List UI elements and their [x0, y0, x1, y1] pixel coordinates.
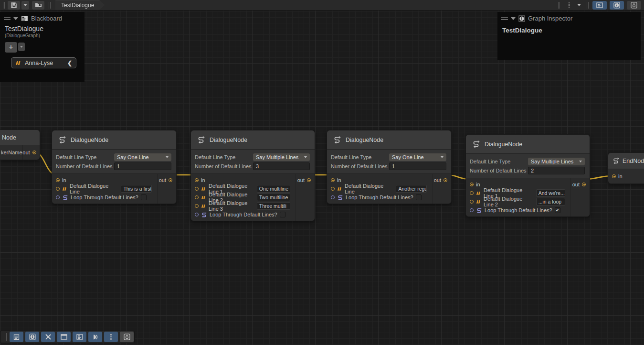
output-port-row: out [571, 180, 590, 189]
line-port[interactable] [56, 187, 60, 191]
field-value: Three multili [259, 203, 286, 209]
line-label: Default Dialogue Line [70, 183, 118, 194]
dialogue-node-3[interactable]: DialogueNode Default Line Type Say One L… [327, 130, 452, 204]
line-type-dropdown[interactable]: Say Multiple Lines [528, 158, 585, 165]
num-lines-field[interactable]: 1 [114, 162, 171, 170]
inspector-header[interactable]: Graph Inspector [497, 12, 641, 24]
line-text-field[interactable]: Three multili [257, 202, 290, 210]
drag-handle-icon[interactable] [4, 17, 11, 20]
line-port[interactable] [195, 187, 199, 191]
overflow-menu-button[interactable] [563, 1, 575, 10]
toolbar-drag-handle[interactable] [5, 333, 7, 341]
collapse-arrow-icon[interactable] [511, 17, 516, 20]
output-port[interactable] [443, 178, 447, 182]
loop-checkbox[interactable] [141, 194, 147, 200]
dialogue-node-2[interactable]: DialogueNode Default Line Type Say Multi… [190, 130, 315, 221]
start-node[interactable]: Node kerName out [0, 129, 40, 160]
toolbar-drag-handle[interactable] [3, 2, 5, 9]
drag-handle-icon[interactable] [501, 17, 508, 20]
blackboard-button[interactable] [73, 332, 86, 342]
loop-port[interactable] [56, 195, 60, 199]
num-lines-field[interactable]: 2 [528, 167, 585, 174]
line-port[interactable] [195, 195, 199, 199]
loop-label: Loop Through Default Lines? [71, 194, 138, 200]
overflow-menu-caret[interactable] [575, 1, 583, 10]
output-port[interactable] [582, 183, 586, 186]
dialogue-line-row: Default Dialogue Line 3 Three multili [191, 202, 296, 210]
dialogue-node-4[interactable]: DialogueNode Default Line Type Say Multi… [465, 134, 590, 217]
line-text-field[interactable]: Two multiline [257, 194, 290, 201]
loop-checkbox[interactable] [280, 212, 285, 217]
line-type-dropdown[interactable]: Say Multiple Lines [253, 153, 310, 161]
input-port[interactable] [612, 174, 616, 178]
line-text-field[interactable]: One multiline [257, 185, 290, 193]
line-port[interactable] [331, 187, 335, 191]
line-text-field[interactable]: ...in a loop [536, 198, 565, 205]
dialogue-node-icon [58, 136, 66, 144]
window-button[interactable] [57, 332, 71, 342]
blackboard-header[interactable]: Blackboard [0, 12, 84, 24]
input-port[interactable] [195, 178, 199, 182]
field-value: Another regu [398, 186, 427, 192]
line-label: Default Dialogue Line 3 [209, 200, 254, 212]
save-button[interactable] [8, 1, 20, 10]
line-type-label: Default Line Type [195, 154, 253, 160]
kebab-icon [569, 2, 570, 8]
input-port[interactable] [56, 178, 60, 182]
collapse-arrow-icon[interactable] [13, 17, 18, 20]
line-type-dropdown[interactable]: Say One Line [389, 153, 446, 161]
line-type-label: Default Line Type [331, 154, 389, 160]
tab-testdialogue[interactable]: TestDialogue [55, 0, 105, 10]
output-port[interactable] [32, 151, 36, 154]
num-lines-field[interactable]: 1 [389, 162, 446, 170]
save-options-dropdown[interactable] [21, 1, 29, 10]
tools-button[interactable] [41, 332, 55, 342]
dialogue-node-1[interactable]: DialogueNode Default Line Type Say One L… [52, 130, 177, 204]
num-lines-label: Number of Default Lines [195, 163, 253, 169]
in-port-label: in [201, 177, 205, 183]
info-button[interactable] [25, 332, 39, 342]
line-port[interactable] [470, 191, 474, 195]
loop-label: Loop Through Default Lines? [210, 212, 277, 217]
chevron-down-icon [304, 156, 307, 158]
toggle-blackboard-button[interactable] [592, 1, 607, 10]
line-text-field[interactable]: Another regu [396, 185, 427, 193]
loop-port[interactable] [195, 213, 199, 216]
loop-port[interactable] [470, 208, 474, 212]
add-property-dropdown[interactable] [18, 43, 25, 51]
flame-button[interactable] [120, 332, 134, 342]
graph-canvas[interactable]: TestDialogue [0, 0, 644, 345]
blackboard-field-annalyse[interactable]: Anna-Lyse ❮ [11, 57, 76, 68]
bottom-toolbar [0, 331, 135, 343]
blackboard-icon [21, 15, 28, 22]
tools-icon [45, 334, 52, 340]
loop-port[interactable] [331, 195, 335, 199]
loop-checkbox[interactable] [416, 194, 422, 200]
notes-button[interactable] [10, 332, 23, 342]
line-text-field[interactable]: And we're... [536, 189, 565, 197]
field-value: And we're... [538, 190, 565, 196]
line-port[interactable] [470, 200, 474, 204]
num-lines-field[interactable]: 3 [253, 162, 310, 170]
input-port[interactable] [331, 178, 335, 182]
out-port-label: out [159, 177, 166, 183]
more-options-button[interactable] [104, 332, 118, 342]
line-text-field[interactable]: This is a first [121, 185, 152, 193]
add-property-button[interactable]: + [5, 42, 17, 53]
document-lines-icon [13, 334, 20, 340]
input-port[interactable] [470, 183, 474, 186]
minimap-button[interactable] [88, 332, 102, 342]
output-port[interactable] [169, 178, 172, 182]
chevron-left-icon[interactable]: ❮ [67, 60, 72, 66]
open-asset-button[interactable] [32, 1, 44, 10]
toggle-inspector-button[interactable] [610, 1, 624, 10]
loop-checkbox[interactable]: ✔ [555, 207, 560, 213]
output-port[interactable] [307, 178, 311, 182]
toggle-flame-button[interactable] [627, 1, 641, 10]
dialogue-quote-icon [15, 61, 21, 65]
dropdown-value: Say Multiple Lines [256, 154, 298, 160]
line-type-dropdown[interactable]: Say One Line [114, 153, 171, 161]
field-value: 1 [392, 163, 395, 169]
line-port[interactable] [195, 204, 199, 208]
end-node[interactable]: EndNode in [608, 152, 644, 184]
